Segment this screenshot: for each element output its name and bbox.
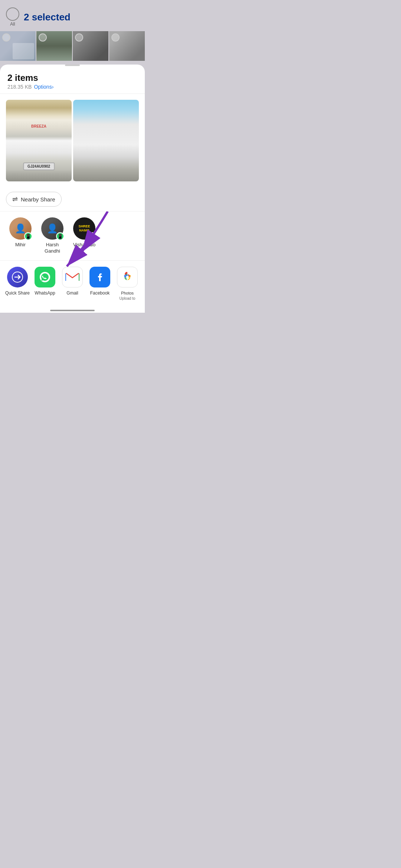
app-gmail[interactable]: Gmail xyxy=(59,267,86,296)
home-indicator xyxy=(0,307,145,313)
all-label: All xyxy=(10,22,15,27)
sheet-header: 2 items 218.35 KB Options› xyxy=(0,66,145,94)
contact-name-mihir: Mihir xyxy=(15,242,26,248)
facebook-app-icon xyxy=(89,267,110,287)
nearby-share-button[interactable]: ⇌ Nearby Share xyxy=(6,192,62,207)
app-facebook[interactable]: Facebook xyxy=(87,267,113,296)
apps-section: Quick Share WhatsApp xyxy=(0,261,145,307)
photos-app-icon xyxy=(117,267,138,287)
contact-name-harsh: HarshGandhi xyxy=(45,242,60,254)
app-label-quick-share: Quick Share xyxy=(5,290,30,296)
nearby-share-section: ⇌ Nearby Share xyxy=(0,187,145,211)
app-quick-share[interactable]: Quick Share xyxy=(4,267,31,296)
app-label-gmail: Gmail xyxy=(66,290,78,296)
options-link[interactable]: Options› xyxy=(34,84,53,90)
app-whatsapp[interactable]: WhatsApp xyxy=(32,267,58,296)
app-label-facebook: Facebook xyxy=(90,290,110,296)
nearby-share-icon: ⇌ xyxy=(12,195,18,203)
svg-point-12 xyxy=(126,276,129,278)
contact-mihir[interactable]: 👤 📱 Mihir xyxy=(7,217,33,254)
selected-count: 2 selected xyxy=(24,11,71,23)
image-preview: GJ24AU0902 BREEZA xyxy=(0,94,145,187)
thumbnail-3[interactable] xyxy=(73,31,108,61)
car-image-2 xyxy=(73,100,139,181)
thumbnails-strip xyxy=(0,31,145,61)
thumbnail-4[interactable] xyxy=(109,31,145,61)
all-selector[interactable]: All xyxy=(6,7,19,27)
thumbnail-2[interactable] xyxy=(36,31,72,61)
car-image-1: GJ24AU0902 BREEZA xyxy=(6,100,72,181)
contact-harsh[interactable]: 👤 📱 HarshGandhi xyxy=(39,217,65,254)
whatsapp-app-icon xyxy=(35,267,55,287)
items-count: 2 items xyxy=(7,73,137,83)
file-size: 218.35 KB xyxy=(7,84,32,90)
gallery-header: All 2 selected xyxy=(0,0,145,31)
quick-share-icon xyxy=(7,267,28,287)
nearby-share-label: Nearby Share xyxy=(21,196,55,203)
bottom-sheet: 2 items 218.35 KB Options› GJ24AU0902 BR… xyxy=(0,65,145,313)
home-bar xyxy=(50,310,95,311)
whatsapp-badge-mihir: 📱 xyxy=(24,232,32,240)
apps-row: Quick Share WhatsApp xyxy=(0,261,145,307)
whatsapp-badge-harsh: 📱 xyxy=(56,232,64,240)
app-photos[interactable]: PhotosUpload to xyxy=(114,267,141,301)
contact-name-visha: Visha Lalo xyxy=(73,242,95,248)
contacts-row: 👤 📱 Mihir 👤 📱 HarshGandhi xyxy=(0,211,145,261)
contact-visha[interactable]: SHREE NAMO 📱 Visha Lalo xyxy=(71,217,97,254)
thumbnail-1[interactable] xyxy=(0,31,36,61)
app-label-photos: PhotosUpload to xyxy=(120,290,136,301)
whatsapp-badge-visha: 📱 xyxy=(88,232,96,240)
app-label-whatsapp: WhatsApp xyxy=(35,290,55,296)
gmail-app-icon xyxy=(62,267,83,287)
